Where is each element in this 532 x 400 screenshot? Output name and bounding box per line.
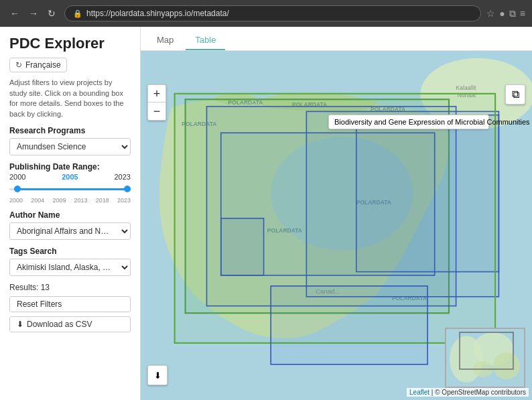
address-bar[interactable]: 🔒 https://polardata.shinyapps.io/metadat… xyxy=(64,5,481,21)
date-end: 2023 xyxy=(115,173,131,181)
date-range-values: 2000 2005 2023 xyxy=(9,173,131,181)
tick-2013: 2013 xyxy=(74,197,88,204)
url-text: https://polardata.shinyapps.io/metadata/ xyxy=(86,9,229,18)
map-canvas[interactable]: Kalaallit Nunaat Canad... POLARDATA POLA… xyxy=(141,51,532,400)
results-count: Results: 13 xyxy=(9,283,131,292)
refresh-icon: ↻ xyxy=(15,60,22,70)
zoom-controls: + − xyxy=(147,84,166,121)
tab-map[interactable]: Map xyxy=(147,31,183,50)
map-download-button[interactable]: ⬇ xyxy=(147,365,168,385)
zoom-out-button[interactable]: − xyxy=(148,103,165,120)
tags-search-select[interactable]: Akimiski Island, Alaska, … xyxy=(9,259,131,276)
research-programs-label: Research Programs xyxy=(9,126,131,135)
extensions-icon[interactable]: ⧉ xyxy=(509,8,516,19)
range-thumb-right[interactable] xyxy=(124,186,131,192)
nav-buttons: ← → ↻ xyxy=(7,7,59,20)
map-area: Map Table Kalaallit Nunaat Canad... xyxy=(141,27,532,400)
range-slider[interactable] xyxy=(9,182,131,196)
download-icon: ⬇ xyxy=(17,320,23,329)
date-selected-start: 2005 xyxy=(62,173,78,181)
reset-filters-button[interactable]: Reset Filters xyxy=(9,296,131,312)
star-icon[interactable]: ☆ xyxy=(486,8,495,19)
browser-chrome: ← → ↻ 🔒 https://polardata.shinyapps.io/m… xyxy=(0,0,532,27)
forward-button[interactable]: → xyxy=(25,7,42,20)
map-tooltip: Biodiversity and Gene Expression of Micr… xyxy=(328,115,489,129)
lang-label: Française xyxy=(25,60,61,70)
author-name-select[interactable]: Aboriginal Affairs and N… xyxy=(9,222,131,240)
osm-attribution: © OpenStreetMap contributors xyxy=(435,389,526,396)
leaflet-link[interactable]: Leaflet xyxy=(409,389,429,396)
layers-icon: ⧉ xyxy=(512,88,519,101)
tick-2023: 2023 xyxy=(117,197,131,204)
language-button[interactable]: ↻ Française xyxy=(9,58,67,72)
back-button[interactable]: ← xyxy=(7,7,23,20)
mini-map-svg xyxy=(446,329,525,388)
profile-icon[interactable]: ● xyxy=(499,8,505,19)
download-csv-button[interactable]: ⬇ Download as CSV xyxy=(9,316,131,332)
tick-2018: 2018 xyxy=(96,197,109,204)
tick-2009: 2009 xyxy=(52,197,66,204)
app-description: Adjust filters to view projects by study… xyxy=(9,78,131,119)
download-label: Download as CSV xyxy=(27,320,92,329)
date-range-section: Publishing Date Range: 2000 2005 2023 20… xyxy=(9,162,131,204)
year-ticks: 2000 2004 2009 2013 2018 2023 xyxy=(9,197,131,204)
mini-map xyxy=(445,328,525,388)
date-range-label: Publishing Date Range: xyxy=(9,162,131,172)
tick-2000: 2000 xyxy=(9,197,23,204)
research-programs-select[interactable]: Amundsen Science xyxy=(9,138,131,155)
app-title: PDC Explorer xyxy=(9,35,131,52)
browser-actions: ☆ ● ⧉ ≡ xyxy=(486,8,525,19)
tick-2004: 2004 xyxy=(31,197,44,204)
map-download-icon: ⬇ xyxy=(154,371,161,381)
tooltip-text: Biodiversity and Gene Expression of Micr… xyxy=(334,118,532,126)
sidebar: PDC Explorer ↻ Française Adjust filters … xyxy=(0,27,141,400)
svg-text:Kalaallit: Kalaallit xyxy=(456,84,476,91)
tags-search-label: Tags Search xyxy=(9,247,131,256)
tab-table[interactable]: Table xyxy=(186,31,225,50)
range-thumb-left[interactable] xyxy=(14,186,21,192)
map-tabs: Map Table xyxy=(141,27,532,51)
menu-icon[interactable]: ≡ xyxy=(520,8,525,19)
zoom-in-button[interactable]: + xyxy=(148,85,165,103)
date-start: 2000 xyxy=(9,173,25,181)
refresh-button[interactable]: ↻ xyxy=(44,7,59,20)
author-name-label: Author Name xyxy=(9,210,131,220)
svg-point-25 xyxy=(493,352,520,379)
svg-rect-21 xyxy=(271,286,427,364)
app-container: PDC Explorer ↻ Française Adjust filters … xyxy=(0,27,532,400)
range-fill xyxy=(15,188,131,190)
map-attribution: Leaflet | © OpenStreetMap contributors xyxy=(407,388,529,397)
layers-button[interactable]: ⧉ xyxy=(505,84,525,105)
lock-icon: 🔒 xyxy=(73,9,82,18)
